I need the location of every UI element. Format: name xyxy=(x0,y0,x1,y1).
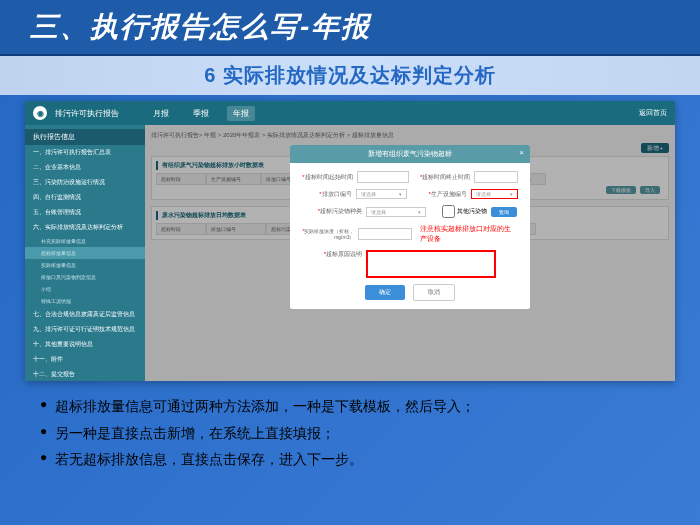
slide-subtitle: 6 实际排放情况及达标判定分析 xyxy=(0,62,700,89)
app-logo-icon: ◉ xyxy=(33,106,47,120)
top-nav: 月报 季报 年报 xyxy=(147,106,255,121)
sidebar-item-2[interactable]: 二、企业基本信息 xyxy=(25,160,145,175)
equipment-note: 注意核实超标排放口对应的生产设备 xyxy=(420,224,518,244)
input-conc[interactable] xyxy=(358,228,412,240)
sidebar-item-9[interactable]: 九、排污许可证可行证明技术规范信息 xyxy=(25,322,145,337)
modal-title: 新增有组织废气污染物超标 xyxy=(368,150,452,157)
sidebar-item-10[interactable]: 十、其他重要说明信息 xyxy=(25,337,145,352)
label-pollutant: 超标污染物种类 xyxy=(320,208,362,214)
slide-title: 三、执行报告怎么写-年报 xyxy=(30,8,670,46)
nav-month[interactable]: 月报 xyxy=(147,106,175,121)
chevron-down-icon: ▾ xyxy=(399,191,402,197)
sidebar-item-12[interactable]: 十二、提交报告 xyxy=(25,367,145,381)
select-pollutant[interactable]: 请选择▾ xyxy=(366,207,426,217)
close-icon[interactable]: × xyxy=(519,148,524,157)
nav-year[interactable]: 年报 xyxy=(227,106,255,121)
sidebar-sub-2[interactable]: 实际排放量信息 xyxy=(25,259,145,271)
sidebar-item-5[interactable]: 五、台账管理情况 xyxy=(25,205,145,220)
app-body: 执行报告信息 一、排污许可执行报告汇总表 二、企业基本信息 三、污染防治设施运行… xyxy=(25,125,675,381)
slide-subtitle-bar: 6 实际排放情况及达标判定分析 xyxy=(0,56,700,95)
sidebar-sub-3[interactable]: 排放口及污染物判定信息 xyxy=(25,271,145,283)
query-button[interactable]: 查询 xyxy=(491,207,517,217)
confirm-button[interactable]: 确定 xyxy=(365,285,405,300)
label-reason: 超标原因说明 xyxy=(326,251,362,257)
nav-quarter[interactable]: 季报 xyxy=(187,106,215,121)
main-content: 排污许可执行报告> 年报 > 2020年年报表 > 实际排放情况及达标判定分析 … xyxy=(145,125,675,381)
embedded-screenshot: ◉ 排污许可执行报告 月报 季报 年报 返回首页 执行报告信息 一、排污许可执行… xyxy=(25,101,675,381)
modal-header: 新增有组织废气污染物超标 × xyxy=(290,145,530,163)
sidebar-sub-4[interactable]: 小结 xyxy=(25,283,145,295)
select-equip[interactable]: 请选择▾ xyxy=(471,189,518,199)
sidebar-item-11[interactable]: 十一、附件 xyxy=(25,352,145,367)
cancel-button[interactable]: 取消 xyxy=(413,284,455,301)
app-name: 排污许可执行报告 xyxy=(55,108,119,119)
add-modal: 新增有组织废气污染物超标 × *超标时间起始时间 *超标时间终止时间 *排放口编… xyxy=(290,145,530,309)
sidebar-item-6[interactable]: 六、实际排放情况及达标判定分析 xyxy=(25,220,145,235)
input-time-end[interactable] xyxy=(474,171,518,183)
bullet-1: ●超标排放量信息可通过两种方法添加，一种是下载模板，然后导入； xyxy=(40,393,660,420)
select-outlet[interactable]: 请选择▾ xyxy=(356,189,407,199)
sidebar-sub-1[interactable]: 超标排放量信息 xyxy=(25,247,145,259)
slide-title-bar: 三、执行报告怎么写-年报 xyxy=(0,0,700,56)
label-time-start: 超标时间起始时间 xyxy=(305,174,353,180)
label-outlet: 排放口编号 xyxy=(322,191,352,197)
textarea-reason[interactable] xyxy=(366,250,496,278)
label-equip: 生产设施编号 xyxy=(431,191,467,197)
label-time-end: 超标时间终止时间 xyxy=(422,174,470,180)
bullet-list: ●超标排放量信息可通过两种方法添加，一种是下载模板，然后导入； ●另一种是直接点… xyxy=(40,393,660,473)
label-other: 其他污染物 xyxy=(457,208,487,214)
modal-body: *超标时间起始时间 *超标时间终止时间 *排放口编号 请选择▾ *生产设施编号 … xyxy=(290,163,530,309)
sidebar-item-3[interactable]: 三、污染防治设施运行情况 xyxy=(25,175,145,190)
home-button[interactable]: 返回首页 xyxy=(639,108,667,118)
sidebar-header: 执行报告信息 xyxy=(25,129,145,145)
input-time-start[interactable] xyxy=(357,171,409,183)
sidebar-item-7[interactable]: 七、合法合规信息披露及证后监管信息 xyxy=(25,307,145,322)
bullet-dot-icon: ● xyxy=(40,420,47,447)
sidebar-sub-5[interactable]: 特殊工况填报 xyxy=(25,295,145,307)
bullet-2: ●另一种是直接点击新增，在系统上直接填报； xyxy=(40,420,660,447)
modal-overlay: 新增有组织废气污染物超标 × *超标时间起始时间 *超标时间终止时间 *排放口编… xyxy=(145,125,675,381)
chevron-down-icon: ▾ xyxy=(418,209,421,215)
sidebar-sub-0[interactable]: 补充实际排放量信息 xyxy=(25,235,145,247)
chevron-down-icon: ▾ xyxy=(510,191,513,197)
bullet-dot-icon: ● xyxy=(40,446,47,473)
sidebar: 执行报告信息 一、排污许可执行报告汇总表 二、企业基本信息 三、污染防治设施运行… xyxy=(25,125,145,381)
sidebar-item-1[interactable]: 一、排污许可执行报告汇总表 xyxy=(25,145,145,160)
bullet-dot-icon: ● xyxy=(40,393,47,420)
sidebar-item-4[interactable]: 四、自行监测情况 xyxy=(25,190,145,205)
checkbox-other[interactable] xyxy=(442,205,455,218)
app-header: ◉ 排污许可执行报告 月报 季报 年报 返回首页 xyxy=(25,101,675,125)
label-conc: 实际排放浓度（折标，mg/m3） xyxy=(304,228,354,240)
bullet-3: ●若无超标排放信息，直接点击保存，进入下一步。 xyxy=(40,446,660,473)
